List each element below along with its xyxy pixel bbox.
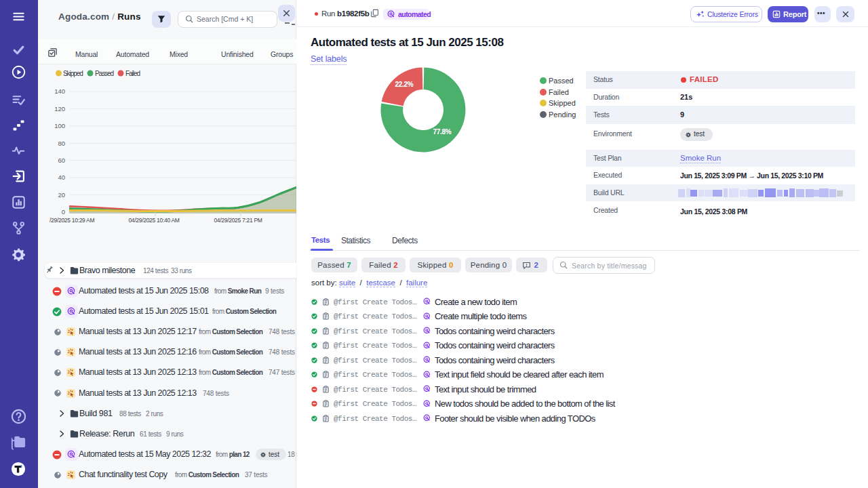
svg-text:Failed: Failed: [125, 70, 140, 77]
svg-text:40: 40: [58, 174, 65, 181]
svg-text:100: 100: [54, 122, 65, 129]
svg-text:/29/2025 10:29 AM: /29/2025 10:29 AM: [50, 217, 94, 224]
svg-text:20: 20: [58, 191, 65, 199]
svg-text:04/29/2025 7:21 PM: 04/29/2025 7:21 PM: [214, 217, 262, 224]
svg-text:Skipped: Skipped: [63, 70, 83, 77]
svg-text:0: 0: [62, 208, 65, 216]
svg-text:22.2%: 22.2%: [395, 81, 414, 88]
svg-text:80: 80: [58, 140, 65, 147]
svg-text:Passed: Passed: [95, 70, 114, 77]
svg-text:77.8%: 77.8%: [433, 128, 452, 136]
svg-text:04/29/2025 10:40 AM: 04/29/2025 10:40 AM: [128, 217, 179, 224]
svg-text:60: 60: [58, 157, 65, 164]
svg-text:140: 140: [54, 87, 65, 95]
svg-text:120: 120: [54, 105, 65, 113]
